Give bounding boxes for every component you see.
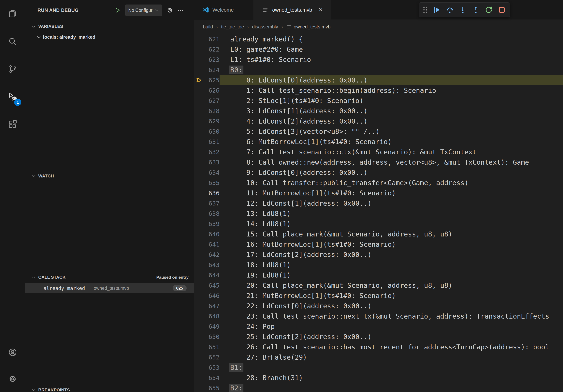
glyph-margin[interactable] [194,54,205,65]
glyph-margin[interactable] [194,290,205,301]
glyph-margin[interactable] [194,342,205,352]
glyph-margin[interactable] [194,157,205,167]
drag-handle[interactable] [421,4,430,16]
code-text[interactable]: 12: LdConst[1](address: 0x00..) [219,198,563,209]
code-text[interactable]: B0: [219,65,563,75]
glyph-margin[interactable] [194,147,205,157]
code-text[interactable]: 6: MutBorrowLoc[1](ts#1#0: Scenario) [219,137,563,147]
stop-button[interactable] [496,4,508,16]
glyph-margin[interactable] [194,383,205,392]
search-button[interactable] [0,28,25,55]
code-text[interactable]: B1: [219,362,563,373]
code-text[interactable]: 18: LdU8(1) [219,260,563,270]
code-text[interactable]: 2: StLoc[1](ts#1#0: Scenario) [219,95,563,106]
code-text[interactable]: 4: LdConst[2](address: 0x00..) [219,116,563,126]
breadcrumb-item[interactable]: tic_tac_toe [221,24,244,30]
glyph-margin[interactable] [194,178,205,188]
code-text[interactable]: 21: MutBorrowLoc[1](ts#1#0: Scenario) [219,290,563,301]
glyph-margin[interactable] [194,85,205,95]
step-over-button[interactable] [444,4,456,16]
glyph-margin[interactable] [194,198,205,209]
code-text[interactable]: L0: game#2#0: Game [219,44,563,54]
source-control-button[interactable] [0,55,25,83]
code-text[interactable]: 20: Call place_mark(&mut Scenario, addre… [219,280,563,290]
glyph-margin[interactable] [194,106,205,116]
glyph-margin[interactable] [194,126,205,137]
glyph-margin[interactable] [194,34,205,44]
call-stack-section-header[interactable]: CALL STACK Paused on entry [25,271,194,283]
explorer-button[interactable] [0,0,25,28]
glyph-margin[interactable] [194,260,205,270]
code-text[interactable]: 14: LdU8(1) [219,219,563,229]
code-text[interactable]: 5: LdConst[3](vector<u8>: "" /..) [219,126,563,137]
glyph-margin[interactable] [194,116,205,126]
code-text[interactable]: 7: Call test_scenario::ctx(&mut Scenario… [219,147,563,157]
glyph-margin[interactable] [194,239,205,249]
code-text[interactable]: 24: Pop [219,321,563,332]
glyph-margin[interactable] [194,270,205,280]
code-text[interactable]: 19: LdU8(1) [219,270,563,280]
glyph-margin[interactable] [194,311,205,321]
tab-welcome[interactable]: Welcome [194,0,254,20]
code-text[interactable]: 16: MutBorrowLoc[1](ts#1#0: Scenario) [219,239,563,249]
glyph-margin[interactable] [194,188,205,198]
code-text[interactable]: 11: MutBorrowLoc[1](ts#1#0: Scenario) [219,188,563,198]
glyph-margin[interactable] [194,75,205,85]
glyph-margin[interactable] [194,352,205,362]
glyph-margin[interactable] [194,362,205,373]
restart-button[interactable] [483,4,495,16]
code-text[interactable]: 27: BrFalse(29) [219,352,563,362]
code-text[interactable]: 17: LdConst[2](address: 0x00..) [219,249,563,260]
glyph-margin[interactable] [194,332,205,342]
glyph-margin[interactable] [194,229,205,239]
code-text[interactable]: 23: Call test_scenario::next_tx(&mut Sce… [219,311,563,321]
tab-owned-tests-mvb[interactable]: owned_tests.mvb✕ [254,0,332,20]
code-text[interactable]: 9: LdConst[0](address: 0x00..) [219,167,563,178]
glyph-margin[interactable] [194,137,205,147]
breakpoints-section-header[interactable]: BREAKPOINTS [25,384,194,392]
step-into-button[interactable] [457,4,469,16]
breadcrumb-item[interactable]: build [203,24,213,30]
breadcrumb-item[interactable]: owned_tests.mvb [286,24,331,30]
code-text[interactable]: 1: Call test_scenario::begin(address): S… [219,85,563,95]
glyph-margin[interactable] [194,280,205,290]
code-text[interactable]: 0: LdConst[0](address: 0x00..) [219,75,563,85]
code-text[interactable]: 3: LdConst[1](address: 0x00..) [219,106,563,116]
code-text[interactable]: 15: Call place_mark(&mut Scenario, addre… [219,229,563,239]
accounts-button[interactable] [0,339,25,366]
step-out-button[interactable] [470,4,482,16]
code-text[interactable]: 13: LdU8(1) [219,209,563,219]
code-text[interactable]: 25: LdConst[2](address: 0x00..) [219,332,563,342]
glyph-margin[interactable] [194,65,205,75]
watch-section-header[interactable]: WATCH [25,170,194,182]
glyph-margin[interactable] [194,44,205,54]
code-text[interactable]: 28: Branch(31) [219,373,563,383]
breadcrumb-item[interactable]: disassembly [252,24,278,30]
code-text[interactable]: 10: Call transfer::public_transfer<Game>… [219,178,563,188]
variables-scope-locals[interactable]: locals: already_marked [25,32,194,42]
code-text[interactable]: B2: [219,383,563,392]
glyph-margin[interactable] [194,321,205,332]
config-dropdown[interactable]: No Configur [125,5,162,16]
settings-button[interactable] [0,366,25,392]
close-icon[interactable]: ✕ [318,7,323,13]
glyph-margin[interactable] [194,95,205,106]
code-text[interactable]: 22: LdConst[0](address: 0x00..) [219,301,563,311]
glyph-margin[interactable] [194,301,205,311]
debug-settings-button[interactable] [165,5,175,16]
variables-section-header[interactable]: VARIABLES [25,21,194,32]
continue-button[interactable] [431,4,443,16]
glyph-margin[interactable] [194,167,205,178]
code-text[interactable]: L1: ts#1#0: Scenario [219,54,563,65]
glyph-margin[interactable] [194,249,205,260]
glyph-margin[interactable] [194,219,205,229]
code-text[interactable]: 26: Call test_scenario::has_most_recent_… [219,342,563,352]
run-and-debug-button[interactable]: 1 [0,83,25,111]
code-text[interactable]: 8: Call owned::new(address, address, vec… [219,157,563,167]
call-stack-frame[interactable]: already_marked owned_tests.mvb 625 [25,283,194,293]
more-actions-button[interactable] [175,5,186,16]
start-debugging-button[interactable] [112,5,123,16]
code-text[interactable]: already_marked() { [219,34,563,44]
glyph-margin[interactable] [194,373,205,383]
glyph-margin[interactable] [194,209,205,219]
